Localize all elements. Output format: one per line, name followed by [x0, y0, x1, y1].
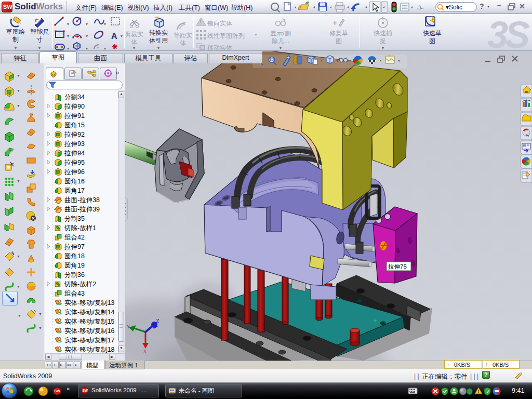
svg-text:»: » — [66, 385, 70, 392]
svg-text:A: A — [111, 32, 117, 41]
svg-text:!: ! — [477, 389, 479, 394]
svg-text:SW: SW — [83, 389, 88, 392]
svg-text:✓: ✓ — [486, 389, 490, 394]
svg-text:Z: Z — [156, 317, 159, 324]
svg-text:+: + — [332, 18, 337, 27]
svg-text:!: ! — [200, 20, 202, 25]
svg-text:X: X — [143, 348, 147, 354]
svg-text:SW: SW — [55, 389, 61, 393]
svg-text:,')..: ,').. — [417, 5, 423, 10]
svg-text:拉伸75: 拉伸75 — [388, 263, 407, 270]
svg-text:Y: Y — [126, 323, 130, 329]
